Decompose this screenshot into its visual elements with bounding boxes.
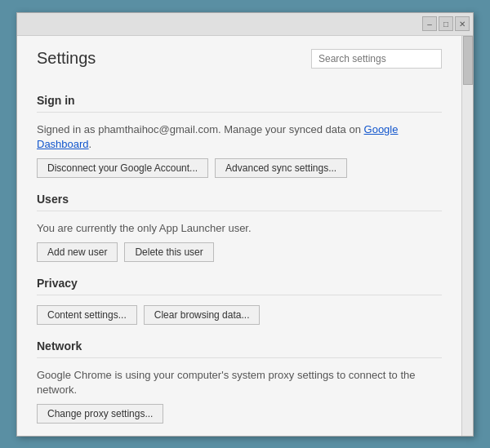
sign-in-title: Sign in [37,94,442,107]
privacy-title: Privacy [37,277,442,290]
section-privacy: Privacy Content settings... Clear browsi… [37,277,442,325]
content-area: Settings Sign in Signed in as phamthaiho… [17,36,473,436]
section-users: Users You are currently the only App Lau… [37,193,442,262]
page-header: Settings [37,49,442,81]
users-description: You are currently the only App Launcher … [37,221,442,236]
page-title: Settings [37,49,96,68]
network-title: Network [37,339,442,353]
network-buttons: Change proxy settings... [37,404,442,424]
settings-window: – □ ✕ Settings Sign in Signed in as pham… [16,12,474,437]
delete-this-user-button[interactable]: Delete this user [124,242,213,262]
privacy-buttons: Content settings... Clear browsing data.… [37,305,442,325]
users-title: Users [37,193,442,206]
change-proxy-settings-button[interactable]: Change proxy settings... [37,404,163,424]
maximize-button[interactable]: □ [439,16,453,31]
divider [37,112,442,113]
network-description: Google Chrome is using your computer's s… [37,368,442,397]
divider [37,357,442,358]
titlebar: – □ ✕ [17,13,473,36]
divider [37,295,442,295]
section-network: Network Google Chrome is using your comp… [37,339,442,424]
sign-in-text-pre: Signed in as phamthaihoc@gmail.com. Mana… [37,123,364,135]
sign-in-buttons: Disconnect your Google Account... Advanc… [37,158,442,178]
search-input[interactable] [311,49,442,69]
advanced-sync-settings-button[interactable]: Advanced sync settings... [215,158,347,178]
scrollbar[interactable] [461,36,473,436]
users-buttons: Add new user Delete this user [37,242,442,262]
main-content: Settings Sign in Signed in as phamthaiho… [17,36,461,436]
sign-in-description: Signed in as phamthaihoc@gmail.com. Mana… [37,122,442,152]
minimize-button[interactable]: – [422,16,437,31]
disconnect-google-account-button[interactable]: Disconnect your Google Account... [37,158,208,178]
scrollbar-thumb[interactable] [463,36,473,85]
section-sign-in: Sign in Signed in as phamthaihoc@gmail.c… [37,94,442,178]
content-settings-button[interactable]: Content settings... [37,305,137,325]
clear-browsing-data-button[interactable]: Clear browsing data... [144,305,261,325]
sign-in-text-post: . [89,138,92,150]
close-button[interactable]: ✕ [455,16,470,31]
add-new-user-button[interactable]: Add new user [37,242,118,262]
divider [37,211,442,211]
